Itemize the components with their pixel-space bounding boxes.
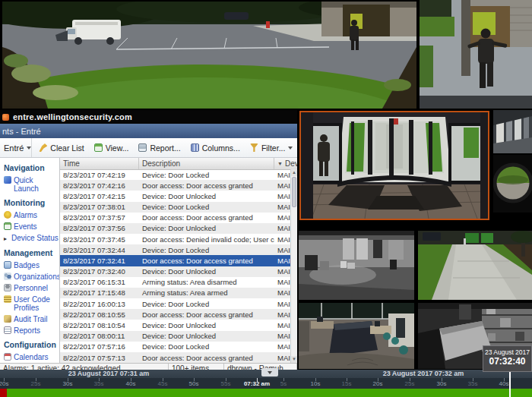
event-description: Door access: Door access granted xyxy=(139,354,274,362)
event-row[interactable]: 8/22/2017 08:00:11Device: Door UnlockedM… xyxy=(60,331,290,342)
event-row[interactable]: 8/23/2017 07:42:19Device: Door LockedMAI… xyxy=(60,169,290,180)
sidebar-section-configuration: Configuration xyxy=(0,336,59,351)
event-row[interactable]: 8/23/2017 07:32:44Device: Door LockedMAI… xyxy=(60,244,290,255)
timeline-tick-label: 55s xyxy=(221,380,231,387)
column-header-description[interactable]: Description xyxy=(139,158,274,169)
event-row[interactable]: 8/22/2017 16:00:13Device: Door LockedMAI… xyxy=(60,298,290,309)
toolbar-button-view[interactable]: View... xyxy=(94,143,129,153)
sidebar-item-audit-trail[interactable]: Audit Trail xyxy=(0,314,59,325)
scroll-up-icon[interactable]: ▲ xyxy=(291,169,297,176)
timeline-tick-label: 30s xyxy=(437,380,447,387)
camera-feed-fisheye[interactable] xyxy=(493,155,532,213)
timeline-alert-segment xyxy=(0,389,7,397)
camera-image xyxy=(493,110,532,153)
toolbar-button-label: Clear List xyxy=(50,143,84,153)
scrollbar-thumb[interactable] xyxy=(292,177,296,207)
event-description: Device: Door Unlocked xyxy=(139,267,274,276)
scroll-down-icon[interactable]: ▼ xyxy=(291,356,297,363)
timeline-tick-label: 40s xyxy=(499,380,509,387)
timeline-tick-label: 5s xyxy=(280,380,287,387)
camera-feed-walkway-dumpsters[interactable] xyxy=(418,231,532,300)
timeline-collapse-button[interactable] xyxy=(261,368,278,377)
view-icon xyxy=(94,143,103,152)
sidebar-section-management: Management xyxy=(0,244,59,260)
timeline-activity-bar[interactable] xyxy=(0,389,532,397)
sidebar-item-quick-launch[interactable]: Quick Launch xyxy=(0,175,59,194)
camera-feed-office[interactable] xyxy=(299,303,414,369)
camera-feed-glass-doors-partial[interactable] xyxy=(493,110,532,153)
event-row[interactable]: 8/23/2017 07:42:16Door access: Door acce… xyxy=(60,180,290,191)
event-row[interactable]: 8/23/2017 07:32:41Door access: Door acce… xyxy=(60,255,290,266)
report-icon xyxy=(138,143,147,152)
organizations-icon xyxy=(4,273,11,280)
event-device: MAIN DC xyxy=(274,321,290,329)
sidebar-item-calendars[interactable]: Calendars xyxy=(0,351,59,363)
timeline-tick-label: 40s xyxy=(126,380,136,387)
event-device: MAIN DC xyxy=(274,278,290,286)
camera-image xyxy=(493,155,532,213)
sidebar-item-events[interactable]: Events xyxy=(0,221,59,232)
toolbar-button-clearlist[interactable]: Clear List xyxy=(39,143,84,153)
table-scrollbar[interactable]: ▲ ▼ xyxy=(290,169,297,363)
event-device: MAIN DC xyxy=(274,224,290,232)
event-row[interactable]: 8/23/2017 07:37:45Door access: Denied in… xyxy=(60,234,290,244)
sidebar-item-personnel[interactable]: Personnel xyxy=(0,282,59,294)
timeline-tick-label: 50s xyxy=(189,380,199,387)
event-time: 8/23/2017 07:37:56 xyxy=(60,224,139,232)
column-header-time[interactable]: Time xyxy=(60,158,139,169)
event-row[interactable]: 8/23/2017 07:42:15Device: Door UnlockedM… xyxy=(60,191,290,201)
event-device: MAIN DC xyxy=(274,171,290,179)
clear-list-icon xyxy=(39,143,47,152)
sidebar-item-organizations[interactable]: Organizations xyxy=(0,271,59,282)
toolbar-button-columns[interactable]: Columns... xyxy=(191,143,240,153)
event-row[interactable]: 8/23/2017 07:37:57Door access: Door acce… xyxy=(60,213,290,223)
event-description: Door access: Door access granted xyxy=(139,213,274,222)
toolbar-button-filter[interactable]: Filter... xyxy=(250,143,293,153)
sidebar-item-label: Quick Launch xyxy=(14,176,59,193)
event-device: MAIN DC xyxy=(274,246,290,254)
app-menu-dropdown[interactable]: Entré xyxy=(0,138,32,157)
timeline-tick-label: 10s xyxy=(311,380,321,387)
column-header-device[interactable]: ▼ Device xyxy=(274,158,297,169)
event-row[interactable]: 8/22/2017 07:57:13Door access: Door acce… xyxy=(60,352,290,363)
sidebar-item-label: Alarms xyxy=(14,211,37,219)
sidebar-item-label: Reports xyxy=(14,326,40,335)
breadcrumb-bar: nts - Entré xyxy=(0,124,297,138)
timeline-tick-label: 07:32 am xyxy=(244,380,270,387)
calendars-icon xyxy=(4,353,11,361)
event-description: Arming status: Area armed xyxy=(139,288,274,297)
sidebar-item-reports[interactable]: Reports xyxy=(0,325,59,336)
event-description: Device: Door Unlocked xyxy=(139,224,274,232)
event-device: MAIN DC xyxy=(274,342,290,351)
event-time: 8/23/2017 07:32:44 xyxy=(60,246,139,254)
window-title: entre.wellingtonsecurity.com xyxy=(13,112,132,121)
app-menu-label: Entré xyxy=(4,143,24,153)
sidebar-item-badges[interactable]: Badges xyxy=(0,260,59,271)
event-device: MAIN DC xyxy=(274,257,290,265)
event-row[interactable]: 8/23/2017 07:38:01Device: Door LockedMAI… xyxy=(60,202,290,213)
camera-feed-vestibule-selected[interactable] xyxy=(299,111,489,220)
event-row[interactable]: 8/22/2017 08:10:55Door access: Door acce… xyxy=(60,309,290,320)
event-device: MAIN DC xyxy=(274,181,290,190)
event-row[interactable]: 8/22/2017 08:10:54Device: Door UnlockedM… xyxy=(60,320,290,330)
camera-feed-entrance-walkway[interactable] xyxy=(420,0,532,109)
event-row[interactable]: 8/23/2017 07:37:56Device: Door UnlockedM… xyxy=(60,223,290,234)
event-row[interactable]: 8/22/2017 17:15:48Arming status: Area ar… xyxy=(60,288,290,298)
event-row[interactable]: 8/22/2017 07:57:16Device: Door LockedMAI… xyxy=(60,342,290,352)
timeline-playhead[interactable] xyxy=(509,371,511,397)
event-device: MAIN DC xyxy=(274,192,290,200)
window-titlebar[interactable]: entre.wellingtonsecurity.com xyxy=(0,110,297,124)
timeline-ruler[interactable]: 23 August 2017 07:31 am23 August 2017 07… xyxy=(0,370,532,389)
camera-feed-parking-lot[interactable] xyxy=(2,2,416,109)
sidebar-section-navigation: Navigation xyxy=(0,159,59,175)
event-row[interactable]: 8/23/2017 06:15:31Arming status: Area di… xyxy=(60,277,290,288)
event-table: Time Description ▼ Device 8/23/2017 07:4… xyxy=(60,158,297,363)
toolbar-button-report[interactable]: Report... xyxy=(138,143,180,153)
sidebar-item-user-code-profiles[interactable]: User Code Profiles xyxy=(0,294,59,314)
sidebar-item-device-status[interactable]: ▸Device Status xyxy=(0,232,59,244)
event-time: 8/23/2017 07:42:16 xyxy=(60,181,139,190)
columns-icon xyxy=(191,143,199,152)
event-row[interactable]: 8/23/2017 07:32:40Device: Door UnlockedM… xyxy=(60,266,290,277)
camera-feed-bw-interior[interactable] xyxy=(299,231,414,300)
sidebar-item-alarms[interactable]: Alarms xyxy=(0,210,59,221)
